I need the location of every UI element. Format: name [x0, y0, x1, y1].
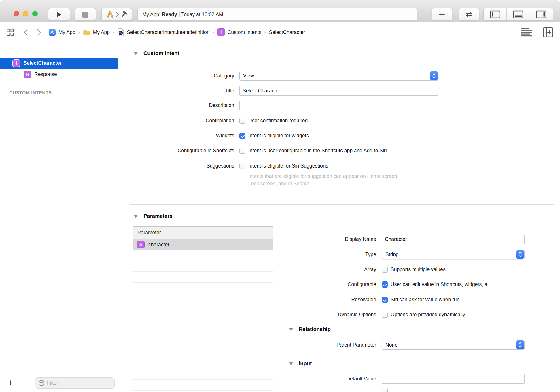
- parameter-empty-row[interactable]: [133, 261, 273, 272]
- parameter-column-header[interactable]: Parameter: [133, 227, 273, 239]
- description-field[interactable]: [239, 101, 438, 110]
- parameter-empty-row[interactable]: [133, 347, 273, 358]
- breadcrumb-custom-intents[interactable]: I Custom Intents: [217, 28, 262, 36]
- type-popup[interactable]: String: [382, 250, 525, 259]
- parameter-row-character[interactable]: S character: [133, 239, 273, 250]
- disclosure-triangle-icon[interactable]: [289, 328, 293, 331]
- breadcrumb-separator: ›: [264, 29, 266, 35]
- add-intent-button[interactable]: +: [8, 378, 13, 387]
- clipped-checkbox[interactable]: [382, 388, 388, 392]
- activity-viewer: My App: Ready | Today at 10:02 AM: [137, 8, 417, 21]
- remove-intent-button[interactable]: −: [21, 378, 26, 387]
- sidebar-item-response[interactable]: R Response: [0, 69, 118, 80]
- breadcrumb-file[interactable]: SelectCharacterIntent.intentdefinition: [117, 28, 209, 36]
- filter-input[interactable]: [47, 380, 105, 386]
- run-button[interactable]: [48, 8, 70, 21]
- parameter-empty-row[interactable]: [133, 315, 273, 326]
- sidebar-filter-field[interactable]: [35, 377, 115, 389]
- zoom-window-button[interactable]: [32, 11, 38, 16]
- disclosure-triangle-icon[interactable]: [133, 215, 138, 218]
- parent-parameter-label: Parent Parameter: [261, 342, 376, 348]
- parameter-name: character: [148, 242, 169, 248]
- checkbox-label: Siri can ask for value when run: [391, 297, 459, 303]
- category-popup[interactable]: View: [239, 71, 438, 81]
- parameter-empty-row[interactable]: [133, 250, 273, 261]
- section-title: Relationship: [299, 326, 331, 332]
- popup-stepper-icon: [516, 340, 524, 349]
- sidebar-bottom-bar: + −: [0, 376, 118, 392]
- parameters-table: Parameter S character: [133, 226, 273, 392]
- code-review-button[interactable]: [459, 8, 479, 21]
- confirmation-checkbox[interactable]: [239, 118, 245, 124]
- checkbox-label: Intent is eligible for widgets: [248, 133, 309, 139]
- status-time: Today at 10:02 AM: [181, 12, 223, 18]
- sidebar-item-selectcharacter[interactable]: I SelectCharacter: [0, 58, 118, 69]
- checkbox-label: User can edit value in Shortcuts, widget…: [391, 281, 492, 288]
- checkbox-label: Options are provided dynamically: [391, 312, 465, 318]
- toggle-debug-area-button[interactable]: [506, 8, 529, 20]
- configurable-in-shortcuts-checkbox[interactable]: [239, 148, 245, 154]
- parameters-section-header[interactable]: Parameters: [133, 213, 173, 219]
- parameter-empty-row[interactable]: [133, 304, 273, 315]
- breadcrumb-label: SelectCharacterIntent.intentdefinition: [127, 29, 209, 35]
- display-name-field[interactable]: Character: [382, 235, 525, 244]
- parameter-empty-row[interactable]: [133, 272, 273, 283]
- resolvable-checkbox[interactable]: [382, 297, 388, 303]
- parameter-empty-row[interactable]: [133, 326, 273, 337]
- stop-button[interactable]: [75, 8, 96, 21]
- suggestions-row: Intent is eligible for Siri Suggestions: [239, 163, 328, 169]
- add-editor-button[interactable]: [543, 22, 553, 42]
- toggle-navigator-button[interactable]: [484, 8, 506, 20]
- widgets-checkbox[interactable]: [239, 133, 245, 139]
- parameter-empty-row[interactable]: [133, 283, 273, 294]
- close-window-button[interactable]: [14, 11, 19, 16]
- configurable-in-shortcuts-row: Intent is user-configurable in the Short…: [239, 147, 387, 154]
- disclosure-triangle-icon[interactable]: [133, 52, 138, 55]
- sidebar-section-header: CUSTOM INTENTS: [9, 90, 52, 96]
- inspector-panel-icon: [536, 10, 546, 18]
- parent-parameter-popup[interactable]: None: [382, 340, 525, 350]
- breadcrumb-separator: ›: [78, 29, 80, 35]
- parameter-empty-row[interactable]: [133, 336, 273, 347]
- breadcrumb-project[interactable]: My App: [48, 28, 75, 36]
- default-value-label: Default Value: [261, 376, 376, 382]
- suggestions-checkbox[interactable]: [239, 163, 245, 169]
- go-forward-button[interactable]: [37, 22, 41, 42]
- breadcrumb-current[interactable]: SelectCharacter: [269, 29, 305, 35]
- section-title: Parameters: [143, 213, 173, 219]
- array-row: Supports multiple values: [382, 266, 446, 273]
- minimize-window-button[interactable]: [23, 11, 28, 16]
- disclosure-triangle-icon[interactable]: [289, 362, 293, 365]
- sidebar-item-label: Response: [34, 71, 57, 77]
- default-value-field[interactable]: [382, 374, 525, 384]
- custom-intent-section-header[interactable]: Custom Intent: [133, 50, 179, 56]
- parameter-empty-row[interactable]: [133, 380, 273, 391]
- widgets-label: Widgets: [119, 132, 234, 139]
- scheme-status-chip[interactable]: [101, 8, 132, 21]
- parameter-empty-row[interactable]: [133, 358, 273, 369]
- relationship-section-header[interactable]: Relationship: [289, 326, 331, 332]
- suggestions-help-line1: Intents that are eligible for suggestion…: [248, 173, 398, 179]
- array-label: Array: [261, 266, 376, 273]
- parameter-empty-row[interactable]: [133, 369, 273, 380]
- chevron-left-icon: [24, 29, 28, 36]
- sidebar-item-label: SelectCharacter: [23, 60, 62, 66]
- input-section-header[interactable]: Input: [289, 360, 312, 367]
- stop-icon: [82, 12, 88, 18]
- add-library-button[interactable]: [432, 8, 452, 21]
- configurable-checkbox[interactable]: [382, 281, 388, 288]
- related-items-button[interactable]: [6, 22, 14, 42]
- array-checkbox[interactable]: [382, 267, 388, 273]
- section-title: Input: [299, 360, 312, 367]
- toggle-inspector-button[interactable]: [530, 8, 553, 20]
- swap-arrows-icon: [464, 11, 474, 18]
- title-field[interactable]: Select Character: [239, 86, 438, 96]
- go-back-button[interactable]: [24, 22, 28, 42]
- parameter-empty-row[interactable]: [133, 293, 273, 304]
- editor-options-button[interactable]: [521, 22, 533, 42]
- chevron-right-icon: [37, 29, 41, 36]
- dynamic-options-checkbox[interactable]: [382, 312, 388, 318]
- dynamic-options-label: Dynamic Options: [261, 311, 376, 318]
- breadcrumb-group[interactable]: My App: [83, 28, 110, 36]
- parameter-empty-row[interactable]: [133, 391, 273, 392]
